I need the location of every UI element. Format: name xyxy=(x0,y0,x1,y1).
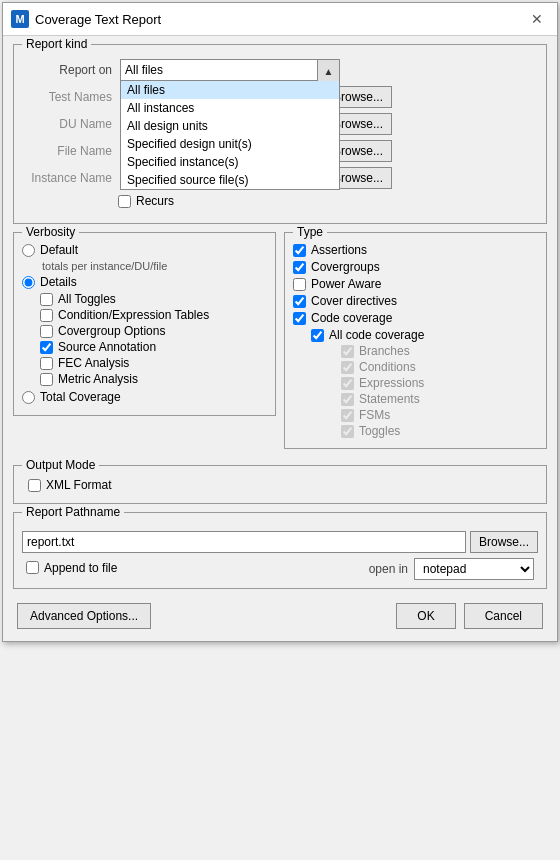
cover-directives-row: Cover directives xyxy=(293,294,538,308)
default-radio-row: Default xyxy=(22,243,267,257)
default-label: Default xyxy=(40,243,78,257)
details-radio-row: Details xyxy=(22,275,267,289)
report-pathname-group: Report Pathname Browse... Append to file… xyxy=(13,512,547,589)
cond-expr-row: Condition/Expression Tables xyxy=(40,308,267,322)
cover-directives-label: Cover directives xyxy=(311,294,397,308)
toggles-checkbox[interactable] xyxy=(341,425,354,438)
toggles-label: Toggles xyxy=(359,424,400,438)
report-on-label: Report on xyxy=(22,63,112,77)
code-coverage-items: Branches Conditions Expressions Sta xyxy=(329,344,538,438)
statements-row: Statements xyxy=(341,392,538,406)
cond-expr-label: Condition/Expression Tables xyxy=(58,308,209,322)
covergroups-row: Covergroups xyxy=(293,260,538,274)
metric-analysis-checkbox[interactable] xyxy=(40,373,53,386)
cond-expr-checkbox[interactable] xyxy=(40,309,53,322)
append-openin-row: Append to file open in notepad other xyxy=(22,558,538,580)
conditions-checkbox[interactable] xyxy=(341,361,354,374)
default-sublabel: totals per instance/DU/file xyxy=(42,260,267,272)
covergroups-checkbox[interactable] xyxy=(293,261,306,274)
verbosity-type-row: Verbosity Default totals per instance/DU… xyxy=(13,232,547,457)
conditions-row: Conditions xyxy=(341,360,538,374)
source-annotation-checkbox[interactable] xyxy=(40,341,53,354)
recursive-row: Recurs xyxy=(118,194,538,208)
all-toggles-label: All Toggles xyxy=(58,292,116,306)
verbosity-group: Verbosity Default totals per instance/DU… xyxy=(13,232,276,416)
xml-format-checkbox[interactable] xyxy=(28,479,41,492)
test-names-label: Test Names xyxy=(22,90,112,104)
append-checkbox[interactable] xyxy=(26,561,39,574)
dropdown-item-all-design-units[interactable]: All design units xyxy=(121,117,339,135)
fsms-label: FSMs xyxy=(359,408,390,422)
power-aware-checkbox[interactable] xyxy=(293,278,306,291)
covergroup-options-checkbox[interactable] xyxy=(40,325,53,338)
output-mode-label: Output Mode xyxy=(22,458,99,472)
statements-label: Statements xyxy=(359,392,420,406)
statements-checkbox[interactable] xyxy=(341,393,354,406)
report-pathname-label: Report Pathname xyxy=(22,505,124,519)
recursive-checkbox[interactable] xyxy=(118,195,131,208)
app-icon: M xyxy=(11,10,29,28)
expressions-row: Expressions xyxy=(341,376,538,390)
assertions-label: Assertions xyxy=(311,243,367,257)
all-toggles-checkbox[interactable] xyxy=(40,293,53,306)
report-on-combo[interactable]: All files ▲ All files All instances All … xyxy=(120,59,340,81)
title-bar: M Coverage Text Report ✕ xyxy=(3,3,557,36)
branches-label: Branches xyxy=(359,344,410,358)
branches-row: Branches xyxy=(341,344,538,358)
report-path-browse-button[interactable]: Browse... xyxy=(470,531,538,553)
assertions-row: Assertions xyxy=(293,243,538,257)
all-code-coverage-row: All code coverage xyxy=(311,328,538,342)
dropdown-item-all-files[interactable]: All files xyxy=(121,81,339,99)
conditions-label: Conditions xyxy=(359,360,416,374)
branches-checkbox[interactable] xyxy=(341,345,354,358)
combo-arrow-icon[interactable]: ▲ xyxy=(317,60,339,82)
fec-analysis-label: FEC Analysis xyxy=(58,356,129,370)
close-button[interactable]: ✕ xyxy=(525,9,549,29)
open-in-select[interactable]: notepad other xyxy=(414,558,534,580)
assertions-checkbox[interactable] xyxy=(293,244,306,257)
fsms-checkbox[interactable] xyxy=(341,409,354,422)
code-coverage-checkbox[interactable] xyxy=(293,312,306,325)
details-radio[interactable] xyxy=(22,276,35,289)
dropdown-item-all-instances[interactable]: All instances xyxy=(121,99,339,117)
type-group: Type Assertions Covergroups Power Aware … xyxy=(284,232,547,449)
covergroup-options-label: Covergroup Options xyxy=(58,324,165,338)
cover-directives-checkbox[interactable] xyxy=(293,295,306,308)
dropdown-item-specified-du[interactable]: Specified design unit(s) xyxy=(121,135,339,153)
all-code-coverage-checkbox[interactable] xyxy=(311,329,324,342)
report-on-row: Report on All files ▲ All files All inst… xyxy=(22,59,538,81)
report-path-row: Browse... xyxy=(22,531,538,553)
bottom-buttons-row: Advanced Options... OK Cancel xyxy=(13,597,547,631)
code-coverage-sub: All code coverage Branches Conditions xyxy=(311,328,538,438)
all-toggles-row: All Toggles xyxy=(40,292,267,306)
append-row: Append to file xyxy=(26,561,117,575)
power-aware-label: Power Aware xyxy=(311,277,381,291)
fec-analysis-row: FEC Analysis xyxy=(40,356,267,370)
source-annotation-row: Source Annotation xyxy=(40,340,267,354)
covergroup-options-row: Covergroup Options xyxy=(40,324,267,338)
dropdown-item-specified-source[interactable]: Specified source file(s) xyxy=(121,171,339,189)
output-mode-group: Output Mode XML Format xyxy=(13,465,547,504)
expressions-checkbox[interactable] xyxy=(341,377,354,390)
dropdown-item-specified-instance[interactable]: Specified instance(s) xyxy=(121,153,339,171)
code-coverage-label: Code coverage xyxy=(311,311,392,325)
cancel-button[interactable]: Cancel xyxy=(464,603,543,629)
window-title: Coverage Text Report xyxy=(35,12,161,27)
du-name-label: DU Name xyxy=(22,117,112,131)
default-radio[interactable] xyxy=(22,244,35,257)
details-label: Details xyxy=(40,275,77,289)
report-on-display[interactable]: All files ▲ xyxy=(120,59,340,81)
total-coverage-radio[interactable] xyxy=(22,391,35,404)
xml-format-row: XML Format xyxy=(28,478,538,492)
metric-analysis-row: Metric Analysis xyxy=(40,372,267,386)
advanced-options-button[interactable]: Advanced Options... xyxy=(17,603,151,629)
open-in-label: open in xyxy=(369,562,408,576)
xml-format-label: XML Format xyxy=(46,478,112,492)
instance-name-label: Instance Name xyxy=(22,171,112,185)
type-label: Type xyxy=(293,225,327,239)
all-code-coverage-label: All code coverage xyxy=(329,328,424,342)
append-label: Append to file xyxy=(44,561,117,575)
ok-button[interactable]: OK xyxy=(396,603,455,629)
report-path-input[interactable] xyxy=(22,531,466,553)
fec-analysis-checkbox[interactable] xyxy=(40,357,53,370)
